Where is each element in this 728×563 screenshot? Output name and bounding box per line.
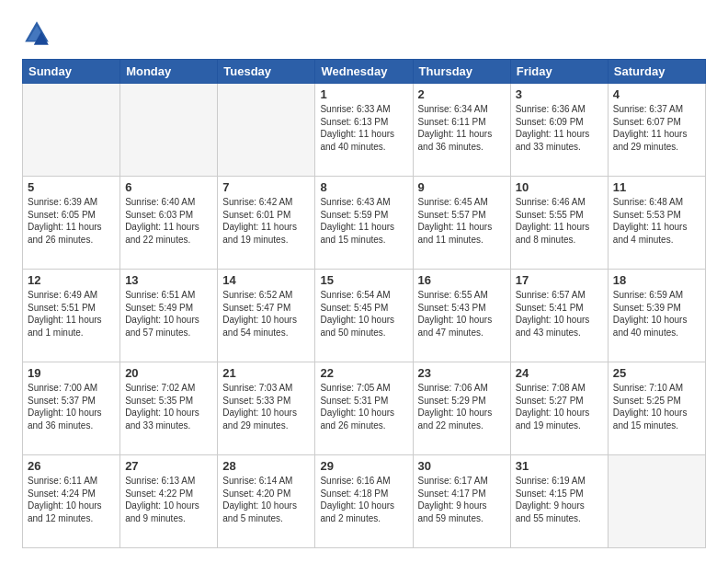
- calendar-cell: 1Sunrise: 6:33 AM Sunset: 6:13 PM Daylig…: [315, 84, 413, 177]
- day-number: 19: [28, 366, 115, 380]
- day-info: Sunrise: 6:54 AM Sunset: 5:45 PM Dayligh…: [320, 289, 407, 339]
- day-info: Sunrise: 6:19 AM Sunset: 4:15 PM Dayligh…: [516, 475, 603, 524]
- day-number: 5: [28, 180, 115, 194]
- weekday-wednesday: Wednesday: [315, 60, 413, 84]
- day-number: 17: [516, 273, 603, 287]
- day-info: Sunrise: 6:55 AM Sunset: 5:43 PM Dayligh…: [418, 289, 506, 339]
- day-info: Sunrise: 6:11 AM Sunset: 4:24 PM Dayligh…: [28, 475, 115, 524]
- calendar-cell: [608, 455, 705, 548]
- weekday-tuesday: Tuesday: [218, 60, 315, 84]
- day-info: Sunrise: 7:08 AM Sunset: 5:27 PM Dayligh…: [516, 382, 603, 431]
- day-info: Sunrise: 6:37 AM Sunset: 6:07 PM Dayligh…: [613, 103, 700, 153]
- day-number: 21: [222, 366, 310, 380]
- calendar-cell: 21Sunrise: 7:03 AM Sunset: 5:33 PM Dayli…: [218, 362, 315, 455]
- day-number: 31: [516, 459, 603, 473]
- day-number: 16: [418, 273, 506, 287]
- week-row-1: 1Sunrise: 6:33 AM Sunset: 6:13 PM Daylig…: [23, 84, 706, 177]
- day-number: 13: [125, 273, 212, 287]
- calendar-cell: 9Sunrise: 6:45 AM Sunset: 5:57 PM Daylig…: [413, 177, 510, 270]
- day-info: Sunrise: 7:02 AM Sunset: 5:35 PM Dayligh…: [125, 382, 212, 431]
- day-info: Sunrise: 6:34 AM Sunset: 6:11 PM Dayligh…: [418, 103, 506, 153]
- calendar-cell: [218, 84, 315, 177]
- calendar-cell: 24Sunrise: 7:08 AM Sunset: 5:27 PM Dayli…: [510, 362, 608, 455]
- day-number: 8: [320, 180, 407, 194]
- day-number: 24: [516, 366, 603, 380]
- calendar: SundayMondayTuesdayWednesdayThursdayFrid…: [22, 59, 706, 548]
- calendar-cell: 28Sunrise: 6:14 AM Sunset: 4:20 PM Dayli…: [218, 455, 315, 548]
- day-number: 10: [516, 180, 603, 194]
- day-info: Sunrise: 6:13 AM Sunset: 4:22 PM Dayligh…: [125, 475, 212, 524]
- day-info: Sunrise: 6:39 AM Sunset: 6:05 PM Dayligh…: [28, 196, 115, 246]
- calendar-cell: 31Sunrise: 6:19 AM Sunset: 4:15 PM Dayli…: [510, 455, 608, 548]
- day-info: Sunrise: 6:45 AM Sunset: 5:57 PM Dayligh…: [418, 196, 506, 246]
- calendar-cell: 19Sunrise: 7:00 AM Sunset: 5:37 PM Dayli…: [23, 362, 120, 455]
- calendar-cell: 18Sunrise: 6:59 AM Sunset: 5:39 PM Dayli…: [608, 270, 705, 362]
- calendar-cell: 16Sunrise: 6:55 AM Sunset: 5:43 PM Dayli…: [413, 270, 510, 362]
- day-number: 11: [613, 180, 700, 194]
- day-info: Sunrise: 7:06 AM Sunset: 5:29 PM Dayligh…: [418, 382, 506, 431]
- calendar-cell: 3Sunrise: 6:36 AM Sunset: 6:09 PM Daylig…: [510, 84, 608, 177]
- page: SundayMondayTuesdayWednesdayThursdayFrid…: [0, 0, 728, 563]
- day-number: 7: [222, 180, 310, 194]
- day-info: Sunrise: 6:36 AM Sunset: 6:09 PM Dayligh…: [516, 103, 603, 153]
- weekday-monday: Monday: [120, 60, 218, 84]
- calendar-cell: 10Sunrise: 6:46 AM Sunset: 5:55 PM Dayli…: [510, 177, 608, 270]
- day-info: Sunrise: 6:59 AM Sunset: 5:39 PM Dayligh…: [613, 289, 700, 339]
- day-number: 2: [418, 87, 506, 101]
- day-info: Sunrise: 6:43 AM Sunset: 5:59 PM Dayligh…: [320, 196, 407, 246]
- calendar-cell: 17Sunrise: 6:57 AM Sunset: 5:41 PM Dayli…: [510, 270, 608, 362]
- week-row-5: 26Sunrise: 6:11 AM Sunset: 4:24 PM Dayli…: [23, 455, 706, 548]
- day-number: 1: [320, 87, 407, 101]
- weekday-sunday: Sunday: [23, 60, 120, 84]
- day-info: Sunrise: 6:48 AM Sunset: 5:53 PM Dayligh…: [613, 196, 700, 246]
- week-row-2: 5Sunrise: 6:39 AM Sunset: 6:05 PM Daylig…: [23, 177, 706, 270]
- day-number: 18: [613, 273, 700, 287]
- day-info: Sunrise: 6:33 AM Sunset: 6:13 PM Dayligh…: [320, 103, 407, 153]
- day-info: Sunrise: 6:42 AM Sunset: 6:01 PM Dayligh…: [222, 196, 310, 246]
- calendar-cell: 11Sunrise: 6:48 AM Sunset: 5:53 PM Dayli…: [608, 177, 705, 270]
- calendar-cell: 27Sunrise: 6:13 AM Sunset: 4:22 PM Dayli…: [120, 455, 218, 548]
- day-info: Sunrise: 6:49 AM Sunset: 5:51 PM Dayligh…: [28, 289, 115, 339]
- day-number: 28: [222, 459, 310, 473]
- day-number: 27: [125, 459, 212, 473]
- day-number: 23: [418, 366, 506, 380]
- day-info: Sunrise: 6:46 AM Sunset: 5:55 PM Dayligh…: [516, 196, 603, 246]
- calendar-cell: 26Sunrise: 6:11 AM Sunset: 4:24 PM Dayli…: [23, 455, 120, 548]
- logo: [22, 18, 55, 48]
- day-number: 20: [125, 366, 212, 380]
- calendar-cell: 5Sunrise: 6:39 AM Sunset: 6:05 PM Daylig…: [23, 177, 120, 270]
- calendar-cell: 23Sunrise: 7:06 AM Sunset: 5:29 PM Dayli…: [413, 362, 510, 455]
- calendar-cell: 4Sunrise: 6:37 AM Sunset: 6:07 PM Daylig…: [608, 84, 705, 177]
- weekday-saturday: Saturday: [608, 60, 705, 84]
- day-number: 26: [28, 459, 115, 473]
- calendar-cell: 6Sunrise: 6:40 AM Sunset: 6:03 PM Daylig…: [120, 177, 218, 270]
- calendar-cell: 22Sunrise: 7:05 AM Sunset: 5:31 PM Dayli…: [315, 362, 413, 455]
- day-info: Sunrise: 6:17 AM Sunset: 4:17 PM Dayligh…: [418, 475, 506, 524]
- day-info: Sunrise: 7:10 AM Sunset: 5:25 PM Dayligh…: [613, 382, 700, 431]
- day-info: Sunrise: 6:14 AM Sunset: 4:20 PM Dayligh…: [222, 475, 310, 524]
- calendar-cell: 15Sunrise: 6:54 AM Sunset: 5:45 PM Dayli…: [315, 270, 413, 362]
- calendar-cell: 2Sunrise: 6:34 AM Sunset: 6:11 PM Daylig…: [413, 84, 510, 177]
- calendar-cell: [120, 84, 218, 177]
- header: [22, 18, 706, 48]
- day-number: 22: [320, 366, 407, 380]
- week-row-4: 19Sunrise: 7:00 AM Sunset: 5:37 PM Dayli…: [23, 362, 706, 455]
- day-number: 15: [320, 273, 407, 287]
- day-number: 25: [613, 366, 700, 380]
- day-info: Sunrise: 6:52 AM Sunset: 5:47 PM Dayligh…: [222, 289, 310, 339]
- calendar-cell: 12Sunrise: 6:49 AM Sunset: 5:51 PM Dayli…: [23, 270, 120, 362]
- logo-icon: [22, 18, 51, 48]
- day-info: Sunrise: 7:00 AM Sunset: 5:37 PM Dayligh…: [28, 382, 115, 431]
- calendar-cell: 14Sunrise: 6:52 AM Sunset: 5:47 PM Dayli…: [218, 270, 315, 362]
- day-info: Sunrise: 6:16 AM Sunset: 4:18 PM Dayligh…: [320, 475, 407, 524]
- calendar-cell: [23, 84, 120, 177]
- day-number: 29: [320, 459, 407, 473]
- calendar-cell: 7Sunrise: 6:42 AM Sunset: 6:01 PM Daylig…: [218, 177, 315, 270]
- day-info: Sunrise: 6:51 AM Sunset: 5:49 PM Dayligh…: [125, 289, 212, 339]
- day-info: Sunrise: 6:57 AM Sunset: 5:41 PM Dayligh…: [516, 289, 603, 339]
- day-number: 4: [613, 87, 700, 101]
- day-number: 30: [418, 459, 506, 473]
- day-number: 12: [28, 273, 115, 287]
- calendar-cell: 20Sunrise: 7:02 AM Sunset: 5:35 PM Dayli…: [120, 362, 218, 455]
- day-info: Sunrise: 7:03 AM Sunset: 5:33 PM Dayligh…: [222, 382, 310, 431]
